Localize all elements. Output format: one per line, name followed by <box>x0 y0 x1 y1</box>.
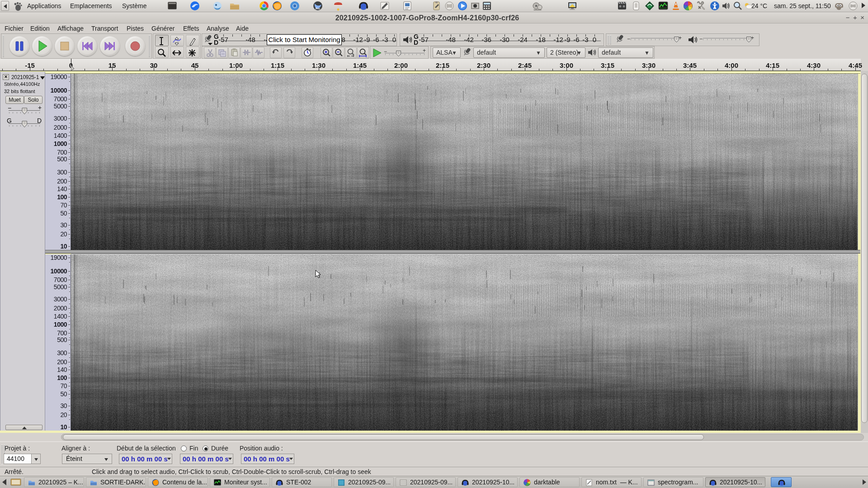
svg-text:Pro: Pro <box>316 7 320 10</box>
